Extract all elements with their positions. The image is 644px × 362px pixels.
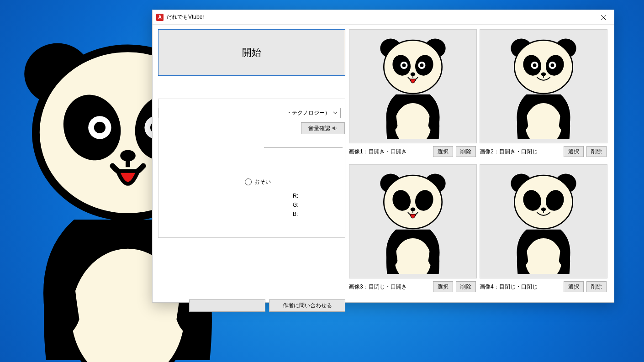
- settings-panel: [158, 99, 345, 238]
- speed-slow-label: おそい: [254, 178, 271, 186]
- image-thumbnail-4: [480, 164, 607, 278]
- chevron-down-icon: [332, 110, 338, 116]
- speed-radio-slow[interactable]: おそい: [245, 178, 271, 186]
- rgb-b: B:: [293, 210, 299, 219]
- app-icon: A: [156, 14, 164, 21]
- delete-button-1[interactable]: 削除: [456, 146, 476, 157]
- select-button-2[interactable]: 選択: [564, 146, 584, 157]
- image-panel-4: 画像4：目閉じ・口閉じ 選択 削除: [480, 164, 607, 292]
- close-icon: [601, 15, 606, 20]
- app-window: A だれでもVtuber 開始 ・テクノロジー） 音量確認: [152, 10, 614, 303]
- speaker-icon: [332, 126, 338, 131]
- volume-check-label: 音量確認: [308, 125, 330, 132]
- svg-point-6: [94, 122, 106, 133]
- titlebar[interactable]: A だれでもVtuber: [153, 10, 614, 25]
- select-button-1[interactable]: 選択: [433, 146, 453, 157]
- image-label-1: 画像1：目開き・口開き: [349, 148, 430, 156]
- delete-button-4[interactable]: 削除: [586, 281, 607, 292]
- rgb-readout: R: G: B:: [293, 191, 299, 219]
- image-panel-3: 画像3：目閉じ・口開き 選択 削除: [349, 164, 476, 292]
- svg-point-17: [402, 63, 406, 67]
- svg-point-36: [384, 175, 442, 229]
- dropdown-value: ・テクノロジー）: [161, 109, 330, 117]
- close-button[interactable]: [593, 10, 614, 24]
- image-panel-1: 画像1：目開き・口開き 選択 削除: [349, 29, 476, 157]
- svg-point-31: [550, 63, 554, 67]
- svg-point-25: [514, 40, 572, 94]
- svg-point-14: [384, 40, 442, 94]
- device-dropdown[interactable]: ・テクノロジー）: [158, 108, 341, 118]
- image-thumbnail-3: [349, 164, 477, 278]
- image-thumbnail-2: [480, 29, 607, 143]
- contact-author-button[interactable]: 作者に問い合わせる: [269, 299, 345, 312]
- image-label-4: 画像4：目閉じ・口閉じ: [480, 283, 561, 291]
- delete-button-3[interactable]: 削除: [456, 281, 476, 292]
- svg-point-28: [533, 63, 537, 67]
- image-label-2: 画像2：目開き・口閉じ: [480, 148, 561, 156]
- rgb-g: G:: [293, 200, 299, 210]
- image-label-3: 画像3：目閉じ・口開き: [349, 283, 430, 291]
- window-title: だれでもVtuber: [166, 13, 204, 21]
- delete-button-2[interactable]: 削除: [586, 146, 607, 157]
- image-panel-2: 画像2：目開き・口閉じ 選択 削除: [480, 29, 607, 157]
- radio-icon: [245, 178, 252, 185]
- desktop: A だれでもVtuber 開始 ・テクノロジー） 音量確認: [0, 0, 644, 362]
- left-pane: 開始: [158, 29, 344, 76]
- select-button-4[interactable]: 選択: [564, 281, 584, 292]
- svg-point-43: [514, 175, 572, 229]
- image-thumbnail-1: [349, 29, 477, 143]
- volume-check-button[interactable]: 音量確認: [301, 122, 345, 134]
- start-button[interactable]: 開始: [158, 29, 345, 76]
- select-button-3[interactable]: 選択: [433, 281, 453, 292]
- secondary-button[interactable]: [189, 299, 265, 312]
- rgb-r: R:: [293, 191, 299, 200]
- volume-slider[interactable]: [264, 147, 343, 148]
- svg-point-20: [420, 63, 423, 67]
- client-area: 開始 ・テクノロジー） 音量確認 おそい R: G: B:: [153, 25, 614, 303]
